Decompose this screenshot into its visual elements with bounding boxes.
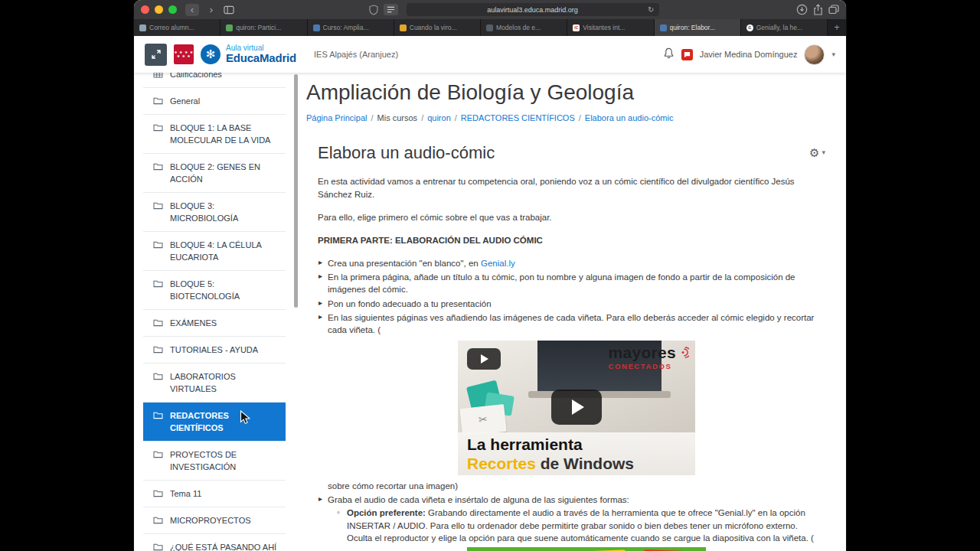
tab-quiron-participantes[interactable]: quiron: Partici... (220, 19, 307, 36)
address-bar[interactable]: aulavirtual3.educa.madrid.org ↻ (407, 3, 659, 16)
course-nav-drawer: Calificaciones General BLOQUE 1: LA BASE… (143, 61, 286, 551)
sidebar-item-bloque-4[interactable]: BLOQUE 4: LA CÉLULA EUCARIOTA (143, 232, 286, 271)
user-menu[interactable]: Javier Medina Domínguez (700, 50, 798, 59)
tab-genially[interactable]: G Genially, la he... (741, 19, 828, 36)
list-item: Crea una presentación "en blanco", en Ge… (318, 257, 825, 269)
madrid-flag-logo[interactable]: ★ ★ ★ ★ ★ ★ ★ (174, 44, 194, 64)
tab-visitantes[interactable]: IC Visitantes int... (567, 19, 654, 36)
sidebar-item-microproyectos[interactable]: MICROPROYECTOS (143, 507, 286, 534)
logo-text-conectados: CONECTADOS (609, 361, 690, 371)
logo-text-mayores: mayores (609, 344, 677, 360)
close-window-button[interactable] (141, 5, 149, 14)
breadcrumb-separator: / (579, 113, 581, 122)
list-item: Graba el audio de cada viñeta e insértal… (318, 494, 825, 551)
play-triangle (572, 399, 584, 415)
video-caption-highlight: Recortes (467, 455, 536, 472)
tab-label: quiron: Partici... (236, 24, 281, 31)
sidebar-item-tema-11[interactable]: Tema 11 (143, 481, 286, 507)
sidebar-item-general[interactable]: General (143, 88, 286, 115)
tab-label: Genially, la he... (756, 24, 802, 31)
sidebar-item-tutoriales-ayuda[interactable]: TUTORIALES - AYUDA (143, 337, 286, 364)
sidebar-item-proyectos-investigacion[interactable]: PROYECTOS DE INVESTIGACIÓN (143, 442, 286, 481)
avatar[interactable] (804, 44, 825, 65)
play-button[interactable] (551, 390, 602, 425)
tab-overview-icon[interactable] (828, 5, 839, 15)
folder-icon (153, 516, 163, 524)
breadcrumb-link-home[interactable]: Página Principal (306, 113, 368, 122)
main-content: Ampliación de Biología y Geología Página… (306, 73, 837, 551)
sidebar-item-label: LABORATORIOS VIRTUALES (170, 370, 278, 395)
tab-favicon (139, 24, 146, 31)
share-icon[interactable] (813, 4, 823, 15)
tab-correo[interactable]: Correo alumn... (134, 19, 220, 36)
privacy-shield-icon[interactable] (369, 5, 378, 15)
flag-stars: ★ ★ ★ (177, 54, 191, 59)
sidebar-item-que-esta-pasando[interactable]: ¿QUÉ ESTÁ PASANDO AHÍ (143, 534, 286, 551)
activity-settings-menu[interactable]: ⚙ ▾ (809, 147, 825, 158)
list-item: Opción preferente: Grabando directamente… (337, 507, 825, 551)
folder-icon (153, 345, 163, 354)
sidebar-item-label: ¿QUÉ ESTÁ PASANDO AHÍ (170, 541, 276, 551)
moodle-page: ★ ★ ★ ★ ★ ★ ★ ✻ Aula virtual EducaMadrid… (134, 36, 846, 551)
sub-instruction-list: Opción preferente: Grabando directamente… (328, 507, 825, 551)
gear-icon: ⚙ (809, 147, 819, 158)
option-label: Opción preferente: (347, 508, 426, 517)
genially-link[interactable]: Genial.ly (481, 259, 515, 268)
sidebar-item-bloque-2[interactable]: BLOQUE 2: GENES EN ACCIÓN (143, 154, 286, 193)
intro-paragraph-2: Para ello, elige primero el cómic sobre … (318, 211, 825, 223)
folder-icon (153, 96, 163, 105)
sidebar-item-bloque-5[interactable]: BLOQUE 5: BIOTECNOLOGÍA (143, 271, 286, 310)
tab-cuando-la-viro[interactable]: Cuando la viro... (394, 19, 481, 36)
sidebar-item-label: BLOQUE 2: GENES EN ACCIÓN (170, 161, 278, 185)
sidebar-item-label: General (170, 95, 200, 107)
part-one-heading: PRIMERA PARTE: ELABORACIÓN DEL AUDIO CÓM… (318, 234, 825, 246)
forward-icon[interactable]: › (204, 4, 218, 16)
drawer-scrollbar[interactable] (294, 74, 298, 308)
breadcrumb-link-redactores[interactable]: REDACTORES CIENTÍFICOS (461, 113, 575, 122)
sidebar-toggle-icon[interactable] (224, 5, 234, 15)
tab-modelos[interactable]: Modelos de e... (481, 19, 567, 36)
sidebar-item-label: BLOQUE 5: BIOTECNOLOGÍA (170, 278, 278, 302)
sidebar-item-bloque-3[interactable]: BLOQUE 3: MICROBIOLOGÍA (143, 193, 286, 232)
user-menu-caret-icon[interactable]: ▾ (831, 51, 835, 58)
tab-favicon (226, 24, 233, 31)
tab-quiron-elabora-active[interactable]: quiron: Elabor... (655, 19, 741, 36)
notifications-bell-icon[interactable] (663, 47, 675, 62)
tab-favicon (660, 24, 667, 31)
sidebar-item-bloque-1[interactable]: BLOQUE 1: LA BASE MOLECULAR DE LA VIDA (143, 115, 286, 154)
folder-icon (153, 411, 163, 419)
bullet-text: En las siguientes páginas ves añadiendo … (328, 313, 814, 334)
sidebar-item-label: TUTORIALES - AYUDA (170, 344, 258, 356)
page-title: Ampliación de Biología y Geología (306, 80, 837, 105)
back-icon[interactable]: ‹ (185, 4, 199, 16)
reload-icon[interactable]: ↻ (648, 6, 654, 14)
sidebar-item-laboratorios-virtuales[interactable]: LABORATORIOS VIRTUALES (143, 364, 286, 403)
educamadrid-logo[interactable]: ✻ (201, 44, 220, 64)
sidebar-item-redactores-cientificos[interactable]: REDACTORES CIENTÍFICOS (143, 403, 286, 442)
video-player-recortes[interactable]: ✂ mayores CONECTADOS (458, 341, 695, 475)
tab-label: quiron: Elabor... (670, 24, 716, 31)
new-tab-button[interactable]: + (828, 19, 846, 36)
bullet-text: En la primera página, añade un título a … (328, 272, 795, 294)
bullet-text: Crea una presentación "en blanco", en (328, 259, 481, 268)
mayores-conectados-logo: mayores CONECTADOS (609, 344, 690, 371)
sidebar-item-label: MICROPROYECTOS (170, 514, 251, 527)
breadcrumb-link-activity[interactable]: Elabora un audio-cómic (585, 113, 674, 122)
fullscreen-toggle-button[interactable] (145, 44, 167, 66)
tab-curso-ampliacion[interactable]: Curso: Amplia... (308, 19, 394, 36)
tab-label: Curso: Amplia... (323, 24, 369, 31)
breadcrumb-separator: / (455, 113, 457, 122)
activity-title: Elabora un audio-cómic (318, 141, 495, 165)
video-player-genially[interactable] (467, 547, 706, 551)
brand-wordmark[interactable]: Aula virtual EducaMadrid (226, 44, 296, 64)
minimize-window-button[interactable] (155, 5, 163, 14)
breadcrumb-item-mis-cursos[interactable]: Mis cursos (377, 113, 418, 122)
breadcrumb-link-quiron[interactable]: quiron (427, 113, 451, 122)
sidebar-item-examenes[interactable]: EXÁMENES (143, 310, 286, 337)
reader-list-icon[interactable] (384, 4, 398, 15)
maximize-window-button[interactable] (168, 5, 177, 14)
play-icon[interactable] (467, 348, 501, 370)
messages-icon[interactable] (681, 49, 693, 60)
instruction-list: Crea una presentación "en blanco", en Ge… (318, 257, 825, 551)
downloads-icon[interactable] (796, 4, 808, 15)
